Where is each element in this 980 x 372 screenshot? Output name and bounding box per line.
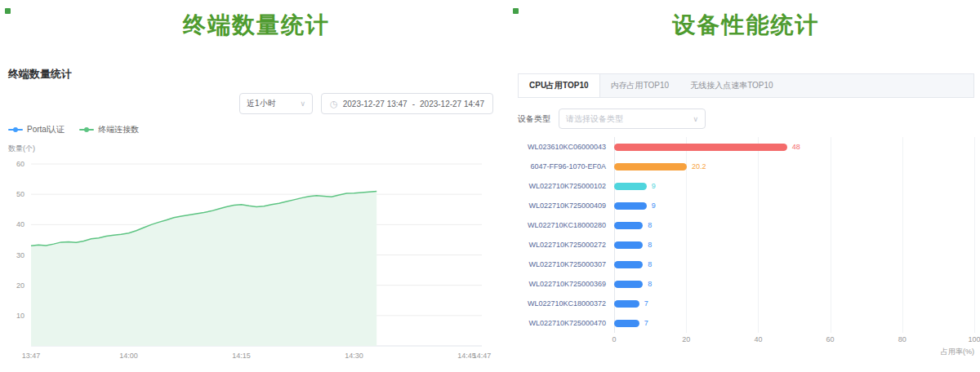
bar-category-labels: WL023610KC060000436047-FF96-1070-EF0AWL0… [518, 137, 614, 357]
bar-category-label: WL022710K725000369 [518, 274, 614, 294]
bar-row: 9 [614, 176, 974, 196]
y-axis-label: 数量(个) [8, 144, 505, 154]
terminal-stats-panel: 终端数量统计 近1小时 ∨ ◷ 2023-12-27 13:47 - 2023-… [8, 67, 505, 364]
bar-category-label: WL022710K725000307 [518, 255, 614, 274]
x-axis-tick: 0 [612, 335, 616, 343]
legend-marker-icon [79, 129, 94, 131]
bar-category-label: WL022710KC18000280 [518, 215, 614, 235]
svg-text:14:47: 14:47 [473, 352, 492, 360]
bar-value: 20.2 [692, 162, 706, 170]
x-axis-tick: 80 [898, 335, 906, 343]
bar-value: 9 [652, 202, 656, 210]
clock-icon: ◷ [330, 99, 338, 109]
bar-category-label: WL023610KC06000043 [518, 137, 614, 157]
bar-row: 8 [614, 235, 974, 255]
tab-1[interactable]: 内存占用TOP10 [600, 74, 680, 97]
device-type-select[interactable]: 请选择设备类型 ∨ [559, 108, 706, 129]
time-range-select[interactable]: 近1小时 ∨ [239, 93, 313, 114]
device-performance-heading: 设备性能统计 [518, 10, 974, 41]
dashboard: 终端数量统计 终端数量统计 近1小时 ∨ ◷ 2023-12-27 13:47 … [0, 0, 980, 372]
svg-text:60: 60 [16, 160, 24, 168]
svg-text:10: 10 [16, 312, 24, 320]
device-type-row: 设备类型 请选择设备类型 ∨ [518, 108, 974, 129]
bar-row: 8 [614, 215, 974, 235]
legend-label: 终端连接数 [98, 124, 139, 135]
svg-text:20: 20 [16, 281, 24, 290]
bar[interactable] [614, 320, 639, 327]
bar-row: 7 [614, 294, 974, 313]
svg-text:14:15: 14:15 [232, 352, 251, 360]
bar-x-axis-label: 占用率(%) [614, 347, 974, 357]
bar[interactable] [614, 222, 643, 229]
bar-row: 8 [614, 274, 974, 294]
bar-value: 7 [644, 319, 648, 327]
time-range-value: 近1小时 [247, 98, 276, 109]
bar[interactable] [614, 241, 643, 249]
x-axis-tick: 20 [682, 335, 690, 343]
panel-title: 终端数量统计 [8, 67, 505, 82]
bar-category-label: WL022710K725000102 [518, 176, 614, 196]
device-type-placeholder: 请选择设备类型 [566, 113, 623, 125]
bar-value: 8 [648, 280, 652, 288]
tab-2[interactable]: 无线接入点速率TOP10 [679, 74, 784, 97]
bar-row: 9 [614, 196, 974, 215]
bar-category-label: WL022710K725000470 [518, 313, 614, 333]
svg-text:14:30: 14:30 [345, 352, 363, 360]
tab-0[interactable]: CPU占用TOP10 [519, 74, 600, 97]
bar-category-label: WL022710KC18000372 [518, 294, 614, 313]
bar[interactable] [614, 183, 647, 190]
device-performance-section: 设备性能统计 CPU占用TOP10内存占用TOP10无线接入点速率TOP10 设… [505, 0, 980, 372]
date-range-picker[interactable]: ◷ 2023-12-27 13:47 - 2023-12-27 14:47 [321, 93, 493, 114]
terminal-stats-section: 终端数量统计 终端数量统计 近1小时 ∨ ◷ 2023-12-27 13:47 … [0, 0, 505, 372]
bar-row: 48 [614, 137, 974, 157]
cpu-top10-bar-chart: WL023610KC060000436047-FF96-1070-EF0AWL0… [518, 137, 974, 357]
bar-category-label: WL022710K725000272 [518, 235, 614, 255]
bar-value: 48 [792, 143, 800, 151]
chart-controls: 近1小时 ∨ ◷ 2023-12-27 13:47 - 2023-12-27 1… [8, 93, 493, 114]
chevron-down-icon: ∨ [301, 100, 306, 108]
x-axis-tick: 100 [968, 335, 980, 343]
bar-row: 20.2 [614, 157, 974, 176]
bar-row: 7 [614, 313, 974, 333]
bar[interactable] [614, 300, 639, 308]
line-chart-container: 10203040506013:4714:0014:1514:3014:4514:… [8, 156, 505, 364]
bar-value: 8 [648, 221, 652, 229]
bar-plot-area: 4820.299888877 020406080100 占用率(%) [614, 137, 974, 357]
bar-value: 8 [648, 241, 652, 249]
date-range-start: 2023-12-27 13:47 [343, 100, 408, 108]
terminal-stats-heading: 终端数量统计 [8, 10, 505, 41]
legend-item-1[interactable]: 终端连接数 [79, 124, 139, 135]
section-bullet-icon [513, 8, 519, 14]
legend-item-0[interactable]: Portal认证 [8, 124, 65, 135]
bar[interactable] [614, 261, 643, 268]
bar-value: 8 [648, 260, 652, 268]
date-range-end: 2023-12-27 14:47 [420, 100, 484, 108]
x-axis-tick: 60 [826, 335, 835, 343]
performance-tabs: CPU占用TOP10内存占用TOP10无线接入点速率TOP10 [518, 73, 974, 98]
bar[interactable] [614, 144, 787, 151]
date-range-separator: - [412, 100, 415, 108]
svg-text:30: 30 [16, 251, 24, 259]
bar[interactable] [614, 281, 643, 288]
chevron-down-icon: ∨ [693, 115, 698, 123]
svg-text:14:00: 14:00 [119, 352, 138, 360]
bar-value: 9 [652, 182, 656, 190]
chart-legend: Portal认证终端连接数 [8, 124, 505, 135]
device-type-label: 设备类型 [518, 113, 550, 125]
bar-row: 8 [614, 255, 974, 274]
bar-value: 7 [644, 299, 648, 308]
bar[interactable] [614, 202, 647, 210]
bar[interactable] [614, 163, 687, 170]
svg-text:40: 40 [16, 220, 24, 228]
legend-label: Portal认证 [27, 124, 65, 135]
section-bullet-icon [5, 8, 11, 14]
device-performance-panel: CPU占用TOP10内存占用TOP10无线接入点速率TOP10 设备类型 请选择… [518, 73, 974, 357]
svg-text:13:47: 13:47 [22, 352, 41, 360]
bar-category-label: WL022710K725000409 [518, 196, 614, 215]
x-axis-tick: 40 [754, 335, 762, 343]
bar-category-label: 6047-FF96-1070-EF0A [518, 157, 614, 176]
svg-text:50: 50 [16, 190, 24, 198]
legend-marker-icon [8, 129, 23, 131]
terminal-count-area-chart: 10203040506013:4714:0014:1514:3014:4514:… [8, 156, 498, 364]
grid-line [974, 137, 975, 333]
